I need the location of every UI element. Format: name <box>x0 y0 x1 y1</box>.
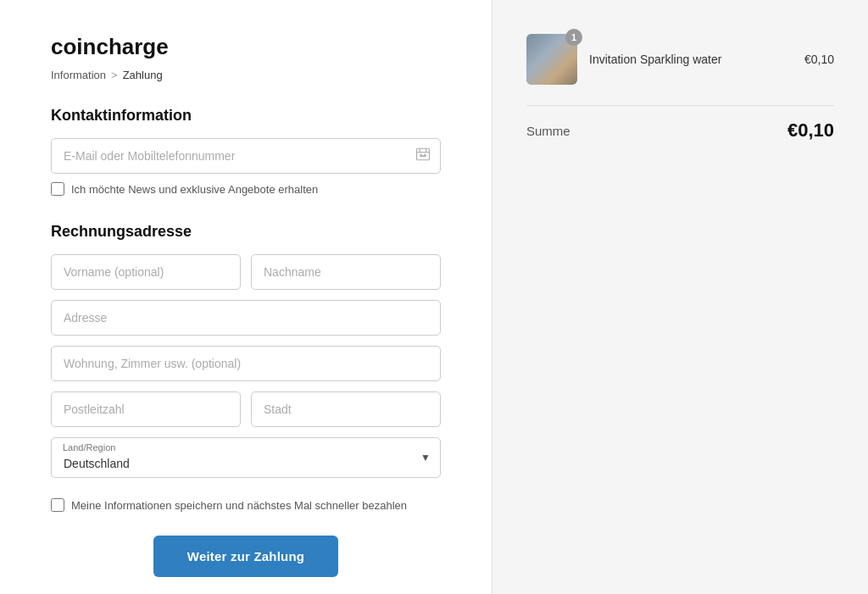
quantity-badge: 1 <box>565 29 582 46</box>
summary-label: Summe <box>526 124 570 138</box>
apartment-input[interactable] <box>51 346 441 381</box>
product-price: €0,10 <box>804 53 834 66</box>
billing-section-title: Rechnungsadresse <box>51 223 441 241</box>
contact-section: Kontaktinformation Ich möchte News und e… <box>51 107 441 196</box>
address-row <box>51 300 441 336</box>
save-info-label: Meine Informationen speichern und nächst… <box>71 499 407 512</box>
svg-rect-0 <box>417 148 430 160</box>
order-item: 1 Invitation Sparkling water €0,10 <box>526 34 834 85</box>
submit-button[interactable]: Weiter zur Zahlung <box>153 536 338 577</box>
country-row: Land/Region Deutschland Österreich Schwe… <box>51 437 441 478</box>
breadcrumb-step2: Zahlung <box>123 69 163 81</box>
contacts-icon <box>415 147 431 165</box>
left-panel: coincharge Information > Zahlung Kontakt… <box>0 0 492 594</box>
summary-row: Summe €0,10 <box>526 119 834 142</box>
summary-total: €0,10 <box>787 119 834 142</box>
firstname-input[interactable] <box>51 254 241 290</box>
lastname-input[interactable] <box>251 254 441 290</box>
submit-section: Weiter zur Zahlung <box>51 536 441 577</box>
app-title: coincharge <box>51 34 441 60</box>
product-name: Invitation Sparkling water <box>589 53 793 66</box>
postal-city-row <box>51 391 441 427</box>
save-info-row: Meine Informationen speichern und nächst… <box>51 498 441 512</box>
order-divider <box>526 105 834 106</box>
apartment-row <box>51 346 441 381</box>
country-select-wrapper: Land/Region Deutschland Österreich Schwe… <box>51 437 441 478</box>
save-info-checkbox[interactable] <box>51 498 64 512</box>
breadcrumb-separator: > <box>111 69 118 81</box>
address-input[interactable] <box>51 300 441 336</box>
country-select[interactable]: Deutschland Österreich Schweiz Frankreic… <box>51 437 441 478</box>
name-row <box>51 254 441 290</box>
right-panel: 1 Invitation Sparkling water €0,10 Summe… <box>492 0 868 594</box>
city-input[interactable] <box>251 391 441 427</box>
product-image-wrapper: 1 <box>526 34 577 85</box>
newsletter-label: Ich möchte News und exklusive Angebote e… <box>71 183 318 196</box>
breadcrumb-step1: Information <box>51 69 106 81</box>
email-field-wrapper <box>51 138 441 174</box>
newsletter-row: Ich möchte News und exklusive Angebote e… <box>51 182 441 196</box>
billing-section: Rechnungsadresse Land/Region Deutschland… <box>51 223 441 478</box>
newsletter-checkbox[interactable] <box>51 182 64 196</box>
contact-section-title: Kontaktinformation <box>51 107 441 125</box>
postal-input[interactable] <box>51 391 241 427</box>
email-input[interactable] <box>51 138 441 174</box>
breadcrumb: Information > Zahlung <box>51 69 441 81</box>
